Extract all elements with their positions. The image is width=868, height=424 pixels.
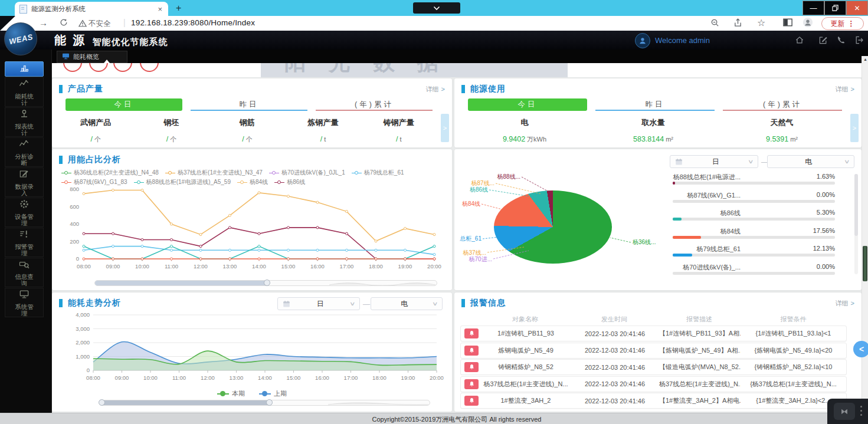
security-label[interactable]: 不安全	[89, 19, 111, 29]
scroll-up-icon[interactable]: ▲	[862, 57, 868, 61]
alarm-row[interactable]: 杨37线总柜(1#主变进线)_N...2022-12-03 20:41:46杨3…	[460, 376, 847, 392]
period-tab[interactable]: (年)累计	[316, 98, 433, 111]
new-tab-button[interactable]: +	[176, 2, 181, 14]
reload-button[interactable]	[60, 18, 68, 29]
svg-text:09:00: 09:00	[106, 263, 120, 269]
legend-item[interactable]: 杨79线总柜_61	[352, 169, 404, 177]
trend-legend-item[interactable]: 本期	[217, 389, 245, 398]
svg-text:16:00: 16:00	[310, 263, 325, 269]
period-tab[interactable]: 今日	[468, 98, 587, 111]
period-tab[interactable]: 昨日	[191, 98, 307, 111]
sidebar-item-label: 报警管理	[15, 244, 34, 257]
sidebar-item-report-stats[interactable]: 报表统计	[5, 107, 44, 137]
ratio-list-item: 杨84线17.56%	[673, 227, 835, 242]
legend-item[interactable]: 杨70进线6kV(备)_0JL_1	[269, 169, 345, 177]
product-detail-link[interactable]: 详细	[426, 85, 445, 94]
alarm-row[interactable]: 炼钢电弧炉_N5_492022-12-03 20:41:46【炼钢电弧炉_N5_…	[460, 343, 847, 359]
monitor-icon	[62, 53, 70, 61]
profile-icon[interactable]	[803, 17, 813, 30]
ratio-item-percent: 0.00%	[817, 263, 835, 270]
zoom-icon[interactable]	[710, 18, 719, 29]
alarm-row[interactable]: 铸钢精炼炉_N8_522022-12-03 20:41:46【锻造电弧炉(MVA…	[460, 359, 847, 375]
alarm-row[interactable]: 1#连铸机_PB11_932022-12-03 20:41:46【1#连铸机_P…	[460, 326, 847, 341]
home-icon[interactable]	[795, 35, 805, 45]
energy-next-button[interactable]: >	[850, 114, 859, 142]
warning-icon[interactable]	[78, 19, 87, 29]
phone-icon[interactable]	[837, 35, 847, 45]
sidebar-item-data-entry[interactable]: 数据录入	[5, 167, 44, 197]
alarm-row[interactable]: 1#整流变_3AH_22022-12-03 20:41:46【1#整流变_3AH…	[460, 393, 847, 409]
alarm-condition: {铸钢精炼炉_N8_52.Ia}<10	[741, 363, 846, 372]
svg-text:19:00: 19:00	[401, 374, 415, 381]
legend-item[interactable]: 杨86线	[274, 178, 305, 186]
side-panel-icon[interactable]	[783, 18, 792, 29]
product-next-button[interactable]: >	[441, 114, 449, 142]
energy-detail-link[interactable]: 详细	[836, 85, 854, 94]
period-dropdown[interactable]: 日 ∨	[277, 297, 360, 310]
tab-energy-overview[interactable]: 能耗概览	[57, 51, 127, 63]
legend-item[interactable]: 杨84线	[237, 178, 268, 186]
sidebar-item-info-query[interactable]: 信息查询	[5, 258, 44, 287]
logout-icon[interactable]	[854, 35, 864, 45]
user-avatar[interactable]	[635, 33, 650, 48]
period-tab[interactable]: 昨日	[595, 98, 715, 111]
product-period-tabs: 今日昨日(年)累计	[61, 98, 437, 111]
media-skip-button[interactable]	[834, 403, 855, 420]
gauge-icon	[63, 63, 82, 72]
sidebar-item-energy-stats[interactable]: 能耗统计	[5, 77, 44, 107]
legend-item[interactable]: 杨88线总柜(1#电源进线)_A5_59	[134, 178, 231, 186]
titlebar-dropdown-button[interactable]	[413, 2, 460, 14]
window-close-button[interactable]: ✕	[846, 1, 868, 15]
energy-type-dropdown[interactable]: 电 ∨	[371, 297, 443, 310]
sidebar-item-analysis[interactable]: 分析诊断	[5, 137, 44, 167]
edit-icon[interactable]	[818, 35, 828, 45]
usage-ratio-pie-panel: 日 ∨ — 电 ∨ 杨36线...总柜_61杨84线杨86线杨87线...杨88…	[454, 149, 862, 290]
app-logo: WEAS	[4, 22, 37, 55]
alarm-column-header: 报警描述	[659, 315, 740, 324]
browser-tab[interactable]: 能源监测分析系统 ×	[15, 2, 168, 16]
alarm-detail-link[interactable]: 详细	[836, 299, 854, 308]
alarm-bell-icon	[464, 379, 479, 389]
share-icon[interactable]	[733, 18, 742, 29]
legend-marker-icon	[352, 171, 362, 175]
slider-handle[interactable]	[264, 280, 270, 286]
alarm-object: 1#整流变_3AH_2	[481, 396, 571, 405]
sidebar-item-home[interactable]	[5, 61, 44, 77]
list-scrollbar[interactable]	[854, 174, 858, 274]
energy-type-dropdown[interactable]: 电 ∨	[767, 155, 854, 168]
period-tab[interactable]: (年)累计	[723, 98, 842, 111]
trend-analysis-panel: 能耗走势分析 日 ∨ — 电 ∨ 01,0002,0003,0004,00008…	[52, 292, 452, 412]
alarm-column-header: 对象名称	[480, 315, 570, 324]
legend-item[interactable]: 杨87线(6kV)_G1_83	[61, 178, 127, 186]
forward-button[interactable]: →	[39, 18, 48, 28]
legend-label: 杨36线总柜(2#主变进线)_N4_48	[74, 169, 159, 177]
tab-close-icon[interactable]: ×	[156, 5, 163, 14]
legend-item[interactable]: 杨36线总柜(2#主变进线)_N4_48	[61, 169, 159, 177]
page-scrollbar[interactable]: ▲	[862, 56, 868, 413]
window-restore-button[interactable]	[824, 1, 846, 15]
period-tab[interactable]: 今日	[65, 98, 182, 111]
trend-legend-item[interactable]: 上期	[259, 389, 287, 398]
energy-use-panel: 能源使用 详细 今日昨日(年)累计 电9.9402万kWh取水量583.8144…	[454, 78, 862, 147]
period-dropdown[interactable]: 日 ∨	[670, 155, 758, 168]
svg-text:10:00: 10:00	[143, 374, 158, 381]
scrollbar-thumb[interactable]	[863, 246, 867, 281]
media-menu-dots[interactable]	[860, 406, 862, 418]
alarm-bell-icon	[464, 362, 479, 372]
update-button[interactable]: 更新 ⋮	[821, 17, 864, 30]
slider-handle[interactable]	[99, 399, 105, 406]
address-bar[interactable]: 192.168.18.239:8080/Home/Index	[131, 18, 255, 27]
collapse-float-button[interactable]: <	[853, 341, 868, 357]
metric-name: 取水量	[589, 117, 718, 128]
sidebar-item-system-mgmt[interactable]: 系统管理	[5, 288, 44, 317]
bookmark-star-icon[interactable]: ☆	[757, 17, 765, 28]
slider-handle[interactable]	[266, 399, 273, 406]
window-minimize-button[interactable]: —	[803, 1, 824, 15]
period-value: 日	[290, 299, 351, 309]
sidebar-item-alarm-mgmt[interactable]: 报警管理	[5, 228, 44, 257]
trend-datazoom-slider[interactable]	[100, 400, 430, 406]
ratio-datazoom-slider[interactable]	[94, 280, 437, 286]
alarm-object: 炼钢电弧炉_N5_49	[481, 346, 571, 355]
sidebar-item-device-mgmt[interactable]: 设备管理	[5, 198, 44, 227]
legend-item[interactable]: 杨37线总柜(1#主变进线)_N3_47	[165, 169, 263, 177]
